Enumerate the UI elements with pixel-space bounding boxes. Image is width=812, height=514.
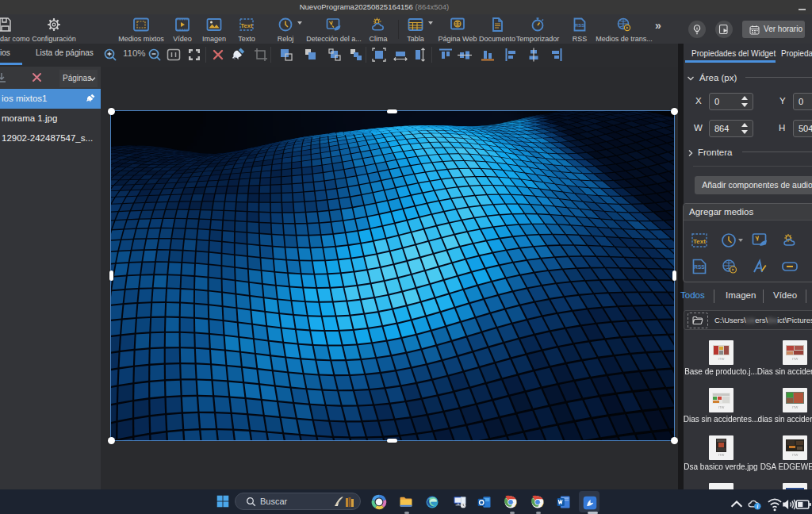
tab-separator (714, 290, 714, 303)
selection-handle-sw[interactable] (108, 437, 115, 444)
taskbar-app-chrome-2[interactable] (530, 494, 546, 510)
h-input[interactable]: 504 (793, 120, 812, 137)
page-list-item[interactable]: ios mixtos1 (0, 89, 101, 109)
tray-expand-icon[interactable] (729, 497, 745, 512)
selection-handle-e[interactable] (672, 270, 676, 281)
battery-icon[interactable] (795, 497, 811, 512)
tab-page-properties[interactable]: Propiedades de la página (781, 49, 812, 58)
preview-button[interactable] (715, 21, 733, 38)
browse-folder-button[interactable] (688, 313, 708, 328)
tab-page-list[interactable]: Lista de páginas (36, 48, 94, 57)
toolbar-overflow-chevron[interactable]: » (655, 19, 661, 32)
start-button[interactable] (215, 493, 231, 509)
send-to-back-icon[interactable] (347, 46, 365, 63)
media-widget-image[interactable] (111, 111, 674, 440)
window-title-size: (864x504) (416, 2, 450, 11)
media-art-text-icon[interactable] (751, 258, 768, 275)
y-input[interactable]: 0 (793, 93, 812, 110)
delete-page-icon[interactable] (32, 72, 42, 82)
taskbar-app-remote-pc[interactable] (452, 494, 468, 510)
selection-handle-n[interactable] (387, 109, 397, 113)
taskbar-search[interactable]: Buscar (235, 493, 361, 510)
media-thumbnail[interactable]: ITW (709, 340, 733, 365)
media-stream-icon[interactable] (721, 258, 738, 275)
media-marquee-icon[interactable] (781, 258, 799, 275)
align-left-icon[interactable] (503, 46, 520, 63)
export-icon[interactable] (0, 71, 8, 84)
page-list-item[interactable]: morama 1.jpg (0, 109, 101, 128)
media-clock-caret[interactable] (738, 239, 743, 242)
clear-icon[interactable] (230, 46, 247, 63)
align-top-icon[interactable] (437, 46, 454, 63)
zoom-out-icon[interactable] (146, 46, 163, 63)
media-folder-path[interactable]: C:\Users\Users\Doict\Pictures (714, 316, 812, 324)
clock-dropdown-caret[interactable] (297, 21, 302, 25)
taskbar-app-signage[interactable] (582, 495, 598, 511)
bring-to-front-icon[interactable] (278, 46, 295, 63)
selection-handle-s[interactable] (387, 439, 397, 443)
path-redacted: Do (768, 316, 777, 324)
media-text-icon[interactable]: Text (691, 232, 708, 249)
selection-handle-se[interactable] (671, 437, 678, 444)
selection-handle-w[interactable] (109, 270, 113, 281)
tab-widget-underline (685, 60, 776, 63)
media-thumbnail[interactable]: ITW (709, 435, 733, 460)
fit-view-icon[interactable] (186, 46, 203, 63)
stepper-up[interactable] (741, 123, 748, 127)
align-bottom-icon[interactable] (479, 46, 496, 63)
media-detection-icon[interactable] (751, 232, 768, 249)
tab-medios[interactable]: ios (0, 48, 10, 57)
media-tab-video[interactable]: Vídeo (773, 290, 797, 300)
stepper-down[interactable] (741, 130, 748, 134)
w-input[interactable]: 864 (709, 120, 753, 137)
media-rss-icon[interactable]: RSS (691, 258, 708, 275)
selection-handle-nw[interactable] (108, 108, 115, 115)
actual-size-icon[interactable] (165, 46, 182, 63)
onedrive-icon[interactable]: i (747, 496, 763, 512)
align-vcenter-icon[interactable] (456, 46, 473, 63)
delete-widget-icon[interactable] (209, 46, 227, 63)
settings-button[interactable]: Configuración (24, 16, 84, 43)
page-list-item[interactable]: 12902-242487547_s... (0, 128, 101, 148)
border-collapse-chevron[interactable] (687, 149, 695, 157)
taskbar-app-copilot[interactable] (371, 494, 387, 510)
tips-button[interactable] (688, 21, 706, 38)
media-tab-image[interactable]: Imagen (726, 290, 756, 300)
taskbar-app-chrome[interactable] (503, 494, 519, 510)
add-audio-button[interactable]: Añadir componentes de audio (695, 176, 812, 194)
crop-icon[interactable] (252, 46, 270, 63)
minimize-button[interactable] (799, 9, 806, 10)
selection-handle-ne[interactable] (671, 108, 678, 115)
align-hcenter-icon[interactable] (525, 46, 542, 63)
send-backward-icon[interactable] (326, 46, 343, 63)
media-thumbnail[interactable]: ITW (709, 388, 733, 412)
same-width-icon[interactable] (392, 46, 409, 63)
bring-forward-icon[interactable] (302, 46, 320, 63)
stepper-down[interactable] (741, 103, 748, 107)
stepper-up[interactable] (741, 96, 748, 100)
tab-widget-properties[interactable]: Propiedades del Widget (691, 49, 776, 58)
media-weather-icon[interactable] (781, 232, 799, 249)
wifi-icon[interactable] (767, 497, 783, 512)
same-height-icon[interactable] (410, 46, 427, 63)
media-clock-icon[interactable] (721, 232, 738, 249)
taskbar-app-word[interactable] (556, 494, 572, 510)
pages-dropdown[interactable]: Páginas (59, 70, 98, 87)
media-thumbnail[interactable]: ITW (783, 340, 807, 365)
align-right-icon[interactable] (547, 46, 565, 63)
area-collapse-chevron[interactable] (687, 75, 695, 82)
zoom-in-icon[interactable] (102, 46, 119, 63)
media-tab-all[interactable]: Todos (680, 290, 705, 300)
view-schedule-button[interactable]: Ver horario (742, 21, 805, 38)
broom-icon[interactable] (85, 93, 97, 105)
toolbar-item-stream-media[interactable]: Medios de trans... (594, 16, 654, 43)
x-input[interactable]: 0 (709, 93, 753, 110)
fit-widget-icon[interactable] (370, 46, 388, 63)
text-icon-label: Text (241, 22, 253, 29)
taskbar-app-outlook[interactable] (477, 494, 492, 510)
media-thumbnail[interactable]: ITW (783, 388, 807, 412)
view-schedule-label: Ver horario (764, 25, 802, 33)
taskbar-app-explorer[interactable] (398, 494, 414, 510)
taskbar-app-edge[interactable] (424, 494, 440, 510)
media-thumbnail[interactable]: ITW (783, 435, 807, 460)
